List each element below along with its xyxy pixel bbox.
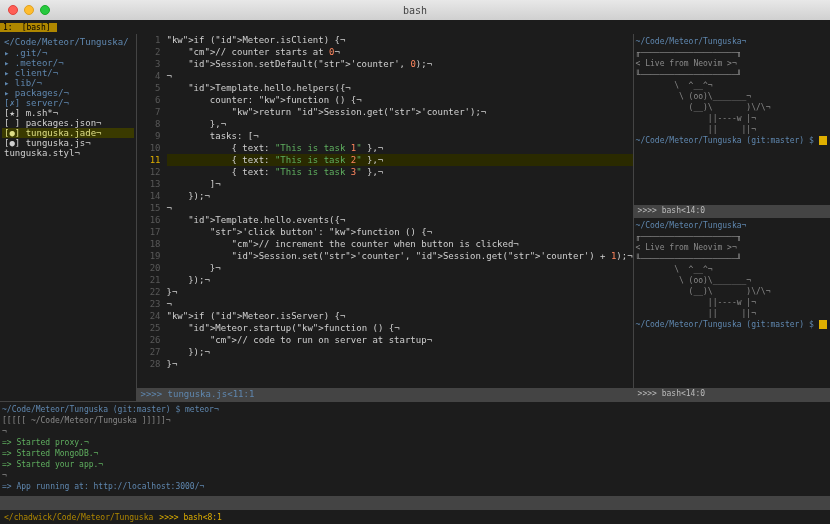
cowsay-banner-line: ||----w |¬ <box>636 297 828 308</box>
line-number: 6 <box>137 94 161 106</box>
traffic-lights <box>8 5 50 15</box>
line-number: 28 <box>137 358 161 370</box>
file-item[interactable]: [★] m.sh*¬ <box>2 108 134 118</box>
code-line[interactable]: ]¬ <box>167 178 633 190</box>
close-button[interactable] <box>8 5 18 15</box>
folder-item[interactable]: ▸ client/¬ <box>2 68 134 78</box>
code-line[interactable]: },¬ <box>167 118 633 130</box>
code-line[interactable]: }¬ <box>167 262 633 274</box>
code-line[interactable]: tasks: [¬ <box>167 130 633 142</box>
file-item[interactable]: tunguska.styl¬ <box>2 148 134 158</box>
code-line[interactable]: });¬ <box>167 274 633 286</box>
term2-prompt[interactable]: ~/Code/Meteor/Tunguska (git:master) $ <box>636 319 828 330</box>
terminal-window: bash 1: [bash] </Code/Meteor/Tunguska/ ▸… <box>0 0 830 524</box>
bottom-output: [[[[[ ~/Code/Meteor/Tunguska ]]]]]¬ <box>2 415 828 426</box>
term1-prompt[interactable]: ~/Code/Meteor/Tunguska (git:master) $ <box>636 135 828 146</box>
code-body[interactable]: "kw">if ("id">Meteor.isClient) {¬ "cm">/… <box>167 34 633 388</box>
code-line[interactable]: "kw">if ("id">Meteor.isServer) {¬ <box>167 310 633 322</box>
term1-status: >>>> bash<14:0 <box>634 205 830 218</box>
code-line[interactable]: }¬ <box>167 286 633 298</box>
line-number: 13 <box>137 178 161 190</box>
cowsay-banner-line: || ||¬ <box>636 124 828 135</box>
minimize-button[interactable] <box>24 5 34 15</box>
code-line[interactable]: "kw">if ("id">Meteor.isClient) {¬ <box>167 34 633 46</box>
code-line[interactable]: { text: "This is task 3" },¬ <box>167 166 633 178</box>
code-line[interactable]: }¬ <box>167 358 633 370</box>
cowsay-banner-line: \ (oo)\_______¬ <box>636 91 828 102</box>
code-line[interactable]: "id">Template.hello.events({¬ <box>167 214 633 226</box>
titlebar[interactable]: bash <box>0 0 830 20</box>
right-column: ~/Code/Meteor/Tunguska¬ ╓───────────────… <box>633 34 830 401</box>
code-line[interactable]: "cm">// increment the counter when butto… <box>167 238 633 250</box>
code-line[interactable]: "cm">// counter starts at 0¬ <box>167 46 633 58</box>
cowsay-banner-line: \ (oo)\_______¬ <box>636 275 828 286</box>
folder-item[interactable]: ▸ packages/¬ <box>2 88 134 98</box>
code-line[interactable]: "id">Meteor.startup("kw">function () {¬ <box>167 322 633 334</box>
line-number: 18 <box>137 238 161 250</box>
line-number: 8 <box>137 118 161 130</box>
code-line[interactable]: counter: "kw">function () {¬ <box>167 94 633 106</box>
line-number: 14 <box>137 190 161 202</box>
line-number: 15 <box>137 202 161 214</box>
term1-path: ~/Code/Meteor/Tunguska¬ <box>636 36 828 47</box>
code-line[interactable]: "id">Session.set("str">'counter', "id">S… <box>167 250 633 262</box>
code-line[interactable]: { text: "This is task 1" },¬ <box>167 142 633 154</box>
code-line[interactable]: });¬ <box>167 190 633 202</box>
terminal-pane-1[interactable]: ~/Code/Meteor/Tunguska¬ ╓───────────────… <box>634 34 830 205</box>
terminal-pane-2[interactable]: ~/Code/Meteor/Tunguska¬ ╓───────────────… <box>634 218 830 389</box>
line-number: 5 <box>137 82 161 94</box>
cowsay-banner-line: \ ^__^¬ <box>636 264 828 275</box>
bottom-output: => App running at: http://localhost:3000… <box>2 481 828 492</box>
file-item[interactable]: [●] tunguska.jade¬ <box>2 128 134 138</box>
term2-status: >>>> bash<14:0 <box>634 388 830 401</box>
line-gutter: 1234567891011121314151617181920212223242… <box>137 34 167 388</box>
folder-item[interactable]: [✗] server/¬ <box>2 98 134 108</box>
bottom-output: ¬ <box>2 426 828 437</box>
code-line[interactable]: "id">Template.hello.helpers({¬ <box>167 82 633 94</box>
line-number: 1 <box>137 34 161 46</box>
line-number: 19 <box>137 250 161 262</box>
cowsay-banner-line: \ ^__^¬ <box>636 80 828 91</box>
folder-item[interactable]: ▸ .git/¬ <box>2 48 134 58</box>
cowsay-banner-line: ╙────────────────────╜ <box>636 253 828 264</box>
tmux-tabbar[interactable]: 1: [bash] <box>0 20 830 34</box>
code-line[interactable]: "kw">return "id">Session.get("str">'coun… <box>167 106 633 118</box>
bottom-terminal-pane[interactable]: ~/Code/Meteor/Tunguska (git:master) $ me… <box>0 401 830 496</box>
cursor-icon <box>819 136 828 145</box>
tab-label[interactable]: [bash] <box>16 23 57 32</box>
cursor-icon <box>819 320 828 329</box>
line-number: 17 <box>137 226 161 238</box>
tab-number: 1: <box>0 23 16 32</box>
line-number: 3 <box>137 58 161 70</box>
line-number: 2 <box>137 46 161 58</box>
file-item[interactable]: [●] tunguska.js¬ <box>2 138 134 148</box>
code-line[interactable]: ¬ <box>167 70 633 82</box>
bottom-output: ¬ <box>2 470 828 481</box>
folder-item[interactable]: ▸ lib/¬ <box>2 78 134 88</box>
cowsay-banner-line: ╙────────────────────╜ <box>636 69 828 80</box>
code-area[interactable]: 1234567891011121314151617181920212223242… <box>137 34 633 388</box>
code-line[interactable]: ¬ <box>167 298 633 310</box>
cowsay-banner-line: < Live from Neovim >¬ <box>636 58 828 69</box>
line-number: 4 <box>137 70 161 82</box>
line-number: 10 <box>137 142 161 154</box>
line-number: 7 <box>137 106 161 118</box>
editor-pane[interactable]: 1234567891011121314151617181920212223242… <box>137 34 633 401</box>
folder-item[interactable]: ▸ .meteor/¬ <box>2 58 134 68</box>
bottom-output: => Started your app.¬ <box>2 459 828 470</box>
line-number: 27 <box>137 346 161 358</box>
file-item[interactable]: [ ] packages.json¬ <box>2 118 134 128</box>
line-number: 20 <box>137 262 161 274</box>
code-line[interactable]: });¬ <box>167 346 633 358</box>
filetree-pane[interactable]: </Code/Meteor/Tunguska/ ▸ .git/¬▸ .meteo… <box>0 34 137 401</box>
editor-statusline: >>>> tunguska.js<11:1 <box>137 388 633 401</box>
code-line[interactable]: "cm">// code to run on server at startup… <box>167 334 633 346</box>
top-panes: </Code/Meteor/Tunguska/ ▸ .git/¬▸ .meteo… <box>0 34 830 401</box>
code-line[interactable]: "str">'click button': "kw">function () {… <box>167 226 633 238</box>
maximize-button[interactable] <box>40 5 50 15</box>
code-line[interactable]: ¬ <box>167 202 633 214</box>
line-number: 21 <box>137 274 161 286</box>
code-line[interactable]: { text: "This is task 2" },¬ <box>167 154 633 166</box>
line-number: 11 <box>137 154 161 166</box>
code-line[interactable]: "id">Session.setDefault("str">'counter',… <box>167 58 633 70</box>
